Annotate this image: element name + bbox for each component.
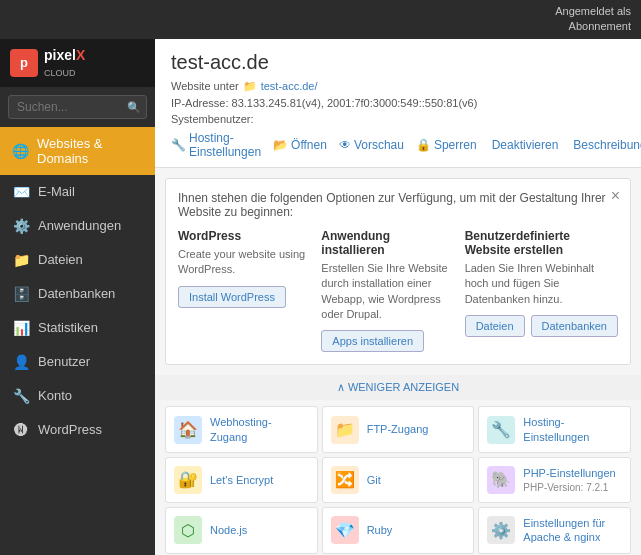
- grid-icon-ftp: 📁: [331, 416, 359, 444]
- promo-option-install-app: Anwendung installieren Erstellen Sie Ihr…: [321, 229, 454, 353]
- grid-item-ruby[interactable]: 💎 Ruby: [322, 507, 475, 554]
- nav-label-wordpress: WordPress: [38, 422, 102, 437]
- action-link-deaktivieren[interactable]: Deaktivieren: [489, 131, 559, 159]
- top-bar-info: Angemeldet als Abonnement: [555, 4, 631, 35]
- grid-icon-nodejs: ⬡: [174, 516, 202, 544]
- nav-label-account: Konto: [38, 388, 72, 403]
- promo-app-desc: Erstellen Sie Ihre Website durch install…: [321, 261, 454, 323]
- promo-options: WordPress Create your website using Word…: [178, 229, 618, 353]
- install-wordpress-button[interactable]: Install WordPress: [178, 286, 286, 308]
- main-layout: p pixelXCLOUD 🌐Websites & Domains✉️E-Mai…: [0, 39, 641, 555]
- content-area: test-acc.de Website unter 📁 test-acc.de/…: [155, 39, 641, 555]
- grid-icon-lets-encrypt: 🔐: [174, 466, 202, 494]
- section-toggle[interactable]: ∧ WENIGER ANZEIGEN: [155, 375, 641, 400]
- promo-wordpress-desc: Create your website using WordPress.: [178, 247, 311, 278]
- grid-label-git: Git: [367, 473, 381, 487]
- grid: 🏠 Webhosting-Zugang 📁 FTP-Zugang 🔧 Hosti…: [165, 406, 631, 555]
- action-link-sperren[interactable]: 🔒 Sperren: [416, 131, 477, 159]
- nav-label-websites: Websites & Domains: [37, 136, 143, 166]
- sidebar-nav: 🌐Websites & Domains✉️E-Mail⚙️Anwendungen…: [0, 127, 155, 555]
- promo-custom-heading: Benutzerdefinierte Website erstellen: [465, 229, 618, 257]
- nav-label-users: Benutzer: [38, 354, 90, 369]
- promo-option-custom: Benutzerdefinierte Website erstellen Lad…: [465, 229, 618, 353]
- promo-close-button[interactable]: ×: [611, 187, 620, 205]
- nav-icon-files: 📁: [12, 252, 30, 268]
- page-title: test-acc.de: [171, 51, 625, 74]
- sidebar-logo: p pixelXCLOUD: [0, 39, 155, 87]
- action-link--ffnen[interactable]: 📂 Öffnen: [273, 131, 327, 159]
- sidebar-item-users[interactable]: 👤Benutzer: [0, 345, 155, 379]
- sidebar-item-websites[interactable]: 🌐Websites & Domains: [0, 127, 155, 175]
- action-link-beschreibung[interactable]: Beschreibung: [570, 131, 641, 159]
- install-apps-button[interactable]: Apps installieren: [321, 330, 424, 352]
- grid-label-hosting-settings: Hosting-Einstellungen: [523, 415, 622, 444]
- grid-icon-ruby: 💎: [331, 516, 359, 544]
- grid-item-nodejs[interactable]: ⬡ Node.js: [165, 507, 318, 554]
- grid-item-hosting-settings[interactable]: 🔧 Hosting-Einstellungen: [478, 406, 631, 453]
- nav-icon-account: 🔧: [12, 388, 30, 404]
- promo-option-wordpress: WordPress Create your website using Word…: [178, 229, 311, 353]
- nav-label-stats: Statistiken: [38, 320, 98, 335]
- promo-box: × Ihnen stehen die folgenden Optionen zu…: [165, 178, 631, 366]
- promo-title: Ihnen stehen die folgenden Optionen zur …: [178, 191, 618, 219]
- nav-icon-stats: 📊: [12, 320, 30, 336]
- custom-databases-button[interactable]: Datenbanken: [531, 315, 618, 337]
- system-user-label: Systembenutzer:: [171, 113, 254, 125]
- grid-label-php: PHP-EinstellungenPHP-Version: 7.2.1: [523, 466, 615, 493]
- sidebar-item-files[interactable]: 📁Dateien: [0, 243, 155, 277]
- promo-wordpress-heading: WordPress: [178, 229, 311, 243]
- sidebar-item-email[interactable]: ✉️E-Mail: [0, 175, 155, 209]
- action-link-vorschau[interactable]: 👁 Vorschau: [339, 131, 404, 159]
- grid-label-lets-encrypt: Let's Encrypt: [210, 473, 273, 487]
- grid-icon-php: 🐘: [487, 466, 515, 494]
- promo-custom-desc: Laden Sie Ihren Webinhalt hoch und fügen…: [465, 261, 618, 307]
- custom-files-button[interactable]: Dateien: [465, 315, 525, 337]
- grid-icon-webhosting: 🏠: [174, 416, 202, 444]
- nav-label-databases: Datenbanken: [38, 286, 115, 301]
- sidebar-item-wordpress[interactable]: 🅦WordPress: [0, 413, 155, 447]
- grid-section: 🏠 Webhosting-Zugang 📁 FTP-Zugang 🔧 Hosti…: [155, 400, 641, 555]
- sidebar: p pixelXCLOUD 🌐Websites & Domains✉️E-Mai…: [0, 39, 155, 555]
- grid-item-webhosting[interactable]: 🏠 Webhosting-Zugang: [165, 406, 318, 453]
- grid-label-ruby: Ruby: [367, 523, 393, 537]
- sidebar-item-apps[interactable]: ⚙️Anwendungen: [0, 209, 155, 243]
- sidebar-search-wrapper: [0, 87, 155, 127]
- sidebar-item-stats[interactable]: 📊Statistiken: [0, 311, 155, 345]
- logo-icon: p: [10, 49, 38, 77]
- grid-item-ftp[interactable]: 📁 FTP-Zugang: [322, 406, 475, 453]
- sidebar-item-databases[interactable]: 🗄️Datenbanken: [0, 277, 155, 311]
- action-links: 🔧 Hosting-Einstellungen📂 Öffnen👁 Vorscha…: [171, 131, 625, 159]
- grid-item-php[interactable]: 🐘 PHP-EinstellungenPHP-Version: 7.2.1: [478, 457, 631, 503]
- grid-item-apache-nginx[interactable]: ⚙️ Einstellungen für Apache & nginx: [478, 507, 631, 554]
- logo-text: pixelXCLOUD: [44, 47, 85, 79]
- grid-icon-git: 🔀: [331, 466, 359, 494]
- nav-icon-users: 👤: [12, 354, 30, 370]
- nav-label-email: E-Mail: [38, 184, 75, 199]
- subscription-label: Abonnement: [569, 20, 631, 32]
- nav-icon-apps: ⚙️: [12, 218, 30, 234]
- grid-item-lets-encrypt[interactable]: 🔐 Let's Encrypt: [165, 457, 318, 503]
- grid-label-ftp: FTP-Zugang: [367, 422, 429, 436]
- promo-app-heading: Anwendung installieren: [321, 229, 454, 257]
- sidebar-item-account[interactable]: 🔧Konto: [0, 379, 155, 413]
- nav-icon-email: ✉️: [12, 184, 30, 200]
- system-user: Systembenutzer:: [171, 113, 625, 125]
- folder-icon: 📁: [243, 80, 257, 93]
- nav-label-files: Dateien: [38, 252, 83, 267]
- grid-icon-apache-nginx: ⚙️: [487, 516, 515, 544]
- grid-label-webhosting: Webhosting-Zugang: [210, 415, 309, 444]
- action-link-hosting-einstellungen[interactable]: 🔧 Hosting-Einstellungen: [171, 131, 261, 159]
- nav-icon-websites: 🌐: [12, 143, 29, 159]
- grid-label-apache-nginx: Einstellungen für Apache & nginx: [523, 516, 622, 545]
- nav-icon-wordpress: 🅦: [12, 422, 30, 438]
- nav-label-apps: Anwendungen: [38, 218, 121, 233]
- grid-icon-hosting-settings: 🔧: [487, 416, 515, 444]
- site-link[interactable]: test-acc.de/: [261, 80, 318, 92]
- promo-custom-buttons: Dateien Datenbanken: [465, 315, 618, 337]
- grid-label-nodejs: Node.js: [210, 523, 247, 537]
- grid-item-git[interactable]: 🔀 Git: [322, 457, 475, 503]
- ip-info: IP-Adresse: 83.133.245.81(v4), 2001:7f0:…: [171, 97, 477, 109]
- page-header: test-acc.de Website unter 📁 test-acc.de/…: [155, 39, 641, 168]
- search-input[interactable]: [8, 95, 147, 119]
- logged-in-label: Angemeldet als: [555, 5, 631, 17]
